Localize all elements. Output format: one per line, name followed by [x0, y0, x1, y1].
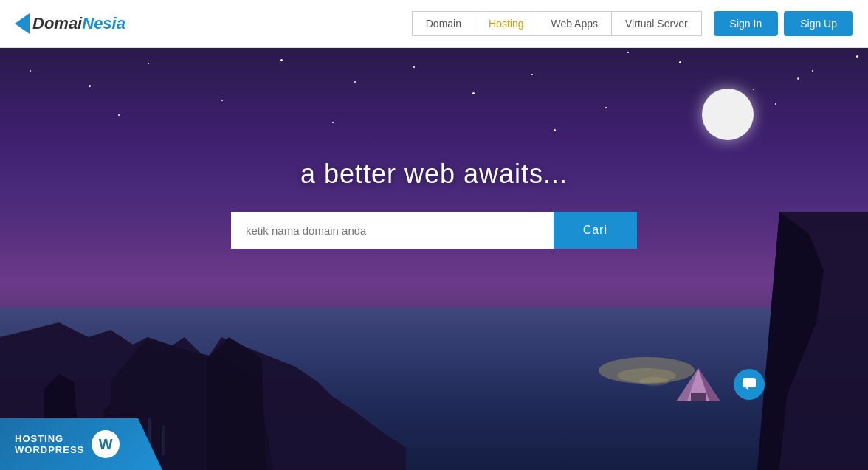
star — [753, 89, 754, 90]
star — [554, 129, 556, 131]
star — [413, 66, 415, 68]
star — [89, 85, 91, 87]
star — [354, 81, 356, 83]
banner-line1: HOSTING — [15, 433, 84, 444]
star — [30, 70, 31, 72]
search-bar: Cari — [231, 212, 637, 249]
hero-content: a better web awaits... Cari — [213, 159, 655, 249]
star — [797, 77, 799, 80]
star — [148, 63, 149, 64]
logo-text-nesia: Nesia — [82, 14, 125, 33]
svg-rect-11 — [162, 426, 165, 455]
star — [531, 74, 533, 75]
domain-search-input[interactable] — [231, 212, 554, 249]
search-button[interactable]: Cari — [554, 212, 637, 249]
nav-hosting[interactable]: Hosting — [475, 11, 537, 36]
svg-marker-4 — [207, 337, 266, 470]
star — [118, 114, 120, 116]
star — [627, 52, 629, 53]
banner-line2: WORDPRESS — [15, 444, 84, 455]
logo[interactable]: DomaiNesia — [15, 13, 125, 34]
svg-rect-21 — [743, 378, 756, 387]
chat-bubble-icon[interactable] — [734, 369, 765, 400]
wordpress-logo-circle: W — [92, 430, 120, 458]
wordpress-logo-icon: W — [99, 436, 113, 453]
bottom-banner-text: HOSTING WORDPRESS — [15, 433, 84, 455]
svg-rect-20 — [691, 393, 706, 401]
tent — [672, 364, 724, 405]
bottom-banner[interactable]: HOSTING WORDPRESS W — [0, 418, 162, 470]
logo-text-domain: Domai — [32, 14, 82, 33]
nav-webapps[interactable]: Web Apps — [537, 11, 612, 36]
chat-icon — [741, 376, 757, 393]
signup-button[interactable]: Sign Up — [784, 11, 853, 36]
header: DomaiNesia Domain Hosting Web Apps Virtu… — [0, 0, 868, 48]
logo-arrow-icon — [15, 13, 30, 34]
star — [280, 59, 283, 61]
svg-marker-22 — [745, 387, 748, 390]
landscape-right — [720, 212, 868, 470]
nav-domain[interactable]: Domain — [412, 11, 475, 36]
moon — [702, 89, 754, 140]
star — [332, 122, 334, 123]
star — [856, 55, 858, 58]
star — [605, 107, 607, 108]
auth-buttons: Sign In Sign Up — [714, 11, 853, 36]
star — [472, 92, 475, 94]
nav-virtualserver[interactable]: Virtual Server — [611, 11, 702, 36]
star — [679, 61, 681, 63]
svg-point-16 — [639, 377, 669, 386]
star — [221, 100, 223, 101]
star — [812, 70, 813, 72]
hero-title: a better web awaits... — [213, 159, 655, 190]
signin-button[interactable]: Sign In — [714, 11, 779, 36]
hero-section: a better web awaits... Cari HOSTING WORD… — [0, 48, 868, 470]
nav: Domain Hosting Web Apps Virtual Server S… — [413, 11, 853, 36]
star — [775, 103, 776, 105]
